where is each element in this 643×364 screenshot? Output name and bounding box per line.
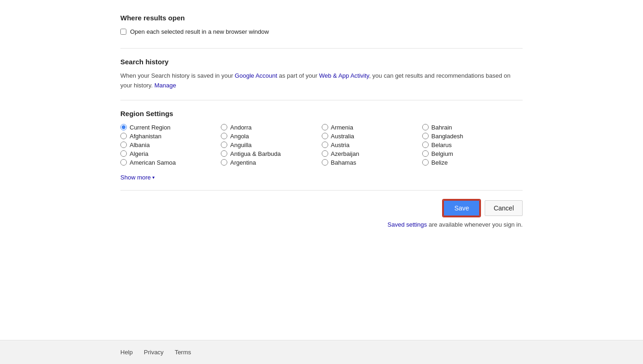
region-label-anguilla: Anguilla <box>230 142 251 148</box>
region-item-belize[interactable]: Belize <box>422 158 523 167</box>
region-item-anguilla[interactable]: Anguilla <box>221 141 321 149</box>
google-account-link[interactable]: Google Account <box>235 72 277 79</box>
region-item-bahrain[interactable]: Bahrain <box>422 123 523 132</box>
region-item-antigua[interactable]: Antigua & Barbuda <box>221 149 321 158</box>
footer-help-link[interactable]: Help <box>120 349 133 356</box>
region-radio-andorra[interactable] <box>221 124 227 130</box>
region-item-bangladesh[interactable]: Bangladesh <box>422 132 523 141</box>
region-label-argentina: Argentina <box>230 159 256 166</box>
region-label-american-samoa: American Samoa <box>130 159 176 166</box>
footer-privacy-link[interactable]: Privacy <box>144 349 164 356</box>
region-radio-bangladesh[interactable] <box>422 133 429 139</box>
region-radio-argentina[interactable] <box>221 159 227 166</box>
region-label-australia: Australia <box>331 133 355 140</box>
region-radio-afghanistan[interactable] <box>120 133 127 139</box>
region-label-belarus: Belarus <box>431 142 452 148</box>
region-item-belarus[interactable]: Belarus <box>422 141 523 149</box>
region-item-argentina[interactable]: Argentina <box>221 158 321 167</box>
region-item-angola[interactable]: Angola <box>221 132 321 141</box>
region-item-current[interactable]: Current Region <box>120 123 221 132</box>
search-history-text-part1: When your Search history is saved in you… <box>120 72 235 79</box>
region-radio-algeria[interactable] <box>120 150 127 157</box>
region-grid: Current Region Afghanistan Albania Alger… <box>120 123 523 167</box>
region-label-current: Current Region <box>130 124 170 131</box>
region-radio-belarus[interactable] <box>422 142 429 148</box>
region-radio-albania[interactable] <box>120 142 127 148</box>
show-more-arrow-icon: ▾ <box>152 175 155 180</box>
region-radio-belize[interactable] <box>422 159 429 166</box>
region-radio-belgium[interactable] <box>422 150 429 157</box>
region-label-belgium: Belgium <box>431 150 453 157</box>
region-radio-anguilla[interactable] <box>221 142 227 148</box>
action-area: Save Cancel Saved settings are available… <box>120 191 523 237</box>
region-item-american-samoa[interactable]: American Samoa <box>120 158 221 167</box>
region-radio-antigua[interactable] <box>221 150 227 157</box>
region-radio-azerbaijan[interactable] <box>322 150 328 157</box>
region-item-azerbaijan[interactable]: Azerbaijan <box>322 149 422 158</box>
region-item-algeria[interactable]: Algeria <box>120 149 221 158</box>
region-item-belgium[interactable]: Belgium <box>422 149 523 158</box>
region-item-australia[interactable]: Australia <box>322 132 422 141</box>
new-window-checkbox[interactable] <box>120 29 126 35</box>
button-row: Save Cancel <box>443 200 523 216</box>
region-radio-american-samoa[interactable] <box>120 159 127 166</box>
save-button[interactable]: Save <box>443 200 480 216</box>
region-item-bahamas[interactable]: Bahamas <box>322 158 422 167</box>
show-more-link[interactable]: Show more ▾ <box>120 174 155 181</box>
region-label-belize: Belize <box>431 159 448 166</box>
region-radio-angola[interactable] <box>221 133 227 139</box>
region-label-afghanistan: Afghanistan <box>130 133 162 140</box>
region-label-angola: Angola <box>230 133 249 140</box>
web-app-activity-link[interactable]: Web & App Activity <box>319 72 369 79</box>
region-label-bahrain: Bahrain <box>431 124 452 131</box>
region-radio-current[interactable] <box>120 124 127 130</box>
search-history-description: When your Search history is saved in you… <box>120 71 523 91</box>
region-label-bahamas: Bahamas <box>331 159 356 166</box>
region-radio-armenia[interactable] <box>322 124 328 130</box>
saved-settings-suffix: are available whenever you sign in. <box>427 221 523 228</box>
region-label-armenia: Armenia <box>331 124 353 131</box>
region-item-albania[interactable]: Albania <box>120 141 221 149</box>
region-label-antigua: Antigua & Barbuda <box>230 150 281 157</box>
region-settings-title: Region Settings <box>120 110 523 117</box>
region-item-armenia[interactable]: Armenia <box>322 123 422 132</box>
region-item-andorra[interactable]: Andorra <box>221 123 321 132</box>
manage-link[interactable]: Manage <box>154 82 176 89</box>
region-radio-bahamas[interactable] <box>322 159 328 166</box>
saved-settings-link[interactable]: Saved settings <box>387 221 427 228</box>
cancel-button[interactable]: Cancel <box>485 200 523 216</box>
footer-terms-link[interactable]: Terms <box>175 349 191 356</box>
region-label-bangladesh: Bangladesh <box>431 133 463 140</box>
region-item-afghanistan[interactable]: Afghanistan <box>120 132 221 141</box>
where-results-title: Where results open <box>120 14 523 22</box>
region-label-algeria: Algeria <box>130 150 148 157</box>
saved-settings-info: Saved settings are available whenever yo… <box>387 221 523 228</box>
region-label-azerbaijan: Azerbaijan <box>331 150 359 157</box>
region-item-austria[interactable]: Austria <box>322 141 422 149</box>
search-history-title: Search history <box>120 58 523 66</box>
search-history-text-part2: as part of your <box>277 72 319 79</box>
region-label-austria: Austria <box>331 142 350 148</box>
region-label-andorra: Andorra <box>230 124 251 131</box>
region-label-albania: Albania <box>130 142 150 148</box>
show-more-text: Show more <box>120 174 151 181</box>
new-window-label: Open each selected result in a new brows… <box>130 28 269 35</box>
region-radio-australia[interactable] <box>322 133 328 139</box>
region-radio-austria[interactable] <box>322 142 328 148</box>
footer: Help Privacy Terms <box>0 340 643 364</box>
region-radio-bahrain[interactable] <box>422 124 429 130</box>
